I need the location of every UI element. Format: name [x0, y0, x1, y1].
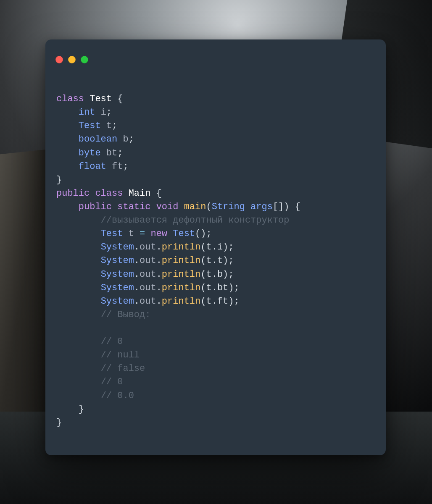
type-test: Test	[101, 228, 123, 239]
variable: t	[106, 121, 112, 131]
dot: .	[134, 296, 140, 307]
system: System	[101, 242, 134, 252]
type-test: Test	[79, 121, 101, 131]
code-line: byte bt;	[56, 148, 123, 158]
code-line: int i;	[56, 107, 112, 118]
dot: .	[156, 242, 162, 252]
minimize-icon[interactable]	[68, 56, 76, 63]
semicolon: ;	[112, 121, 117, 131]
println: println	[162, 242, 200, 252]
variable: ft	[112, 161, 123, 172]
code-line: class Test {	[56, 94, 123, 104]
comment: // Вывод:	[101, 310, 151, 320]
code-line: Test t = new Test();	[56, 228, 212, 239]
out: out	[140, 242, 156, 252]
semicolon: ;	[117, 148, 123, 158]
variable: i	[101, 107, 106, 118]
out: out	[140, 296, 156, 307]
class-name: Test	[90, 94, 112, 104]
code-line: // 0.0	[56, 391, 134, 401]
args: (t.t);	[200, 255, 234, 266]
println: println	[162, 283, 200, 293]
out: out	[140, 283, 156, 293]
code-line: // null	[56, 350, 140, 360]
param-args: args	[250, 202, 273, 212]
code-line: // false	[56, 363, 145, 374]
args: (t.ft);	[200, 296, 239, 307]
comment: // 0	[101, 336, 123, 347]
type-float: float	[79, 161, 106, 172]
comment: // null	[101, 350, 140, 360]
zoom-icon[interactable]	[81, 56, 88, 63]
brace: }	[56, 175, 62, 185]
code-line: System.out.println(t.t);	[56, 255, 234, 266]
dot: .	[134, 283, 140, 293]
code-line: System.out.println(t.ft);	[56, 296, 240, 307]
code-line: boolean b;	[56, 134, 134, 144]
keyword-class: class	[95, 188, 123, 199]
out: out	[140, 255, 156, 266]
args: (t.i);	[200, 242, 234, 252]
window-titlebar	[45, 39, 386, 70]
println: println	[162, 296, 200, 307]
dot: .	[134, 255, 140, 266]
println: println	[162, 269, 200, 280]
system: System	[101, 269, 134, 280]
operator-eq: =	[140, 228, 145, 239]
semicolon: ;	[123, 161, 128, 172]
brace: {	[156, 188, 162, 199]
paren: )	[284, 202, 289, 212]
system: System	[101, 255, 134, 266]
code-line: System.out.println(t.b);	[56, 269, 234, 280]
semicolon: ;	[106, 107, 112, 118]
constructor: Test	[173, 228, 195, 239]
keyword-class: class	[56, 94, 84, 104]
class-name: Main	[129, 188, 151, 199]
type-int: int	[79, 107, 95, 118]
brace: }	[56, 417, 62, 428]
dot: .	[134, 269, 140, 280]
code-window: class Test { int i; Test t; boolean b; b…	[45, 39, 386, 455]
function-main: main	[184, 202, 206, 212]
args: (t.b);	[200, 269, 234, 280]
brace: }	[79, 404, 84, 415]
comment: //вызывается дефолтный конструктор	[101, 215, 290, 226]
variable: t	[129, 228, 134, 239]
dot: .	[156, 283, 162, 293]
dot: .	[134, 242, 140, 252]
code-line: public static void main(String args[]) {	[56, 202, 300, 212]
code-line: //вызывается дефолтный конструктор	[56, 215, 290, 226]
code-line: }	[56, 175, 62, 185]
println: println	[162, 255, 200, 266]
variable: b	[123, 134, 128, 144]
brackets: []	[273, 202, 284, 212]
code-line	[56, 323, 101, 333]
dot: .	[156, 269, 162, 280]
code-content: class Test { int i; Test t; boolean b; b…	[45, 70, 386, 442]
call: ();	[195, 228, 212, 239]
code-line: // 0	[56, 336, 123, 347]
keyword-static: static	[117, 202, 150, 212]
code-line: }	[56, 404, 84, 415]
brace: {	[295, 202, 300, 212]
comment: // 0.0	[101, 391, 134, 401]
type-string: String	[212, 202, 245, 212]
system: System	[101, 283, 134, 293]
dot: .	[156, 296, 162, 307]
code-line: Test t;	[56, 121, 117, 131]
code-line: System.out.println(t.bt);	[56, 283, 240, 293]
brace: {	[117, 94, 123, 104]
close-icon[interactable]	[55, 56, 63, 63]
out: out	[140, 269, 156, 280]
keyword-void: void	[156, 202, 179, 212]
keyword-new: new	[150, 228, 167, 239]
keyword-public: public	[79, 202, 112, 212]
semicolon: ;	[129, 134, 134, 144]
args: (t.bt);	[200, 283, 239, 293]
paren: (	[206, 202, 211, 212]
code-line: float ft;	[56, 161, 129, 172]
keyword-public: public	[56, 188, 90, 199]
comment: // 0	[101, 377, 123, 387]
variable: bt	[106, 148, 117, 158]
code-line: System.out.println(t.i);	[56, 242, 234, 252]
